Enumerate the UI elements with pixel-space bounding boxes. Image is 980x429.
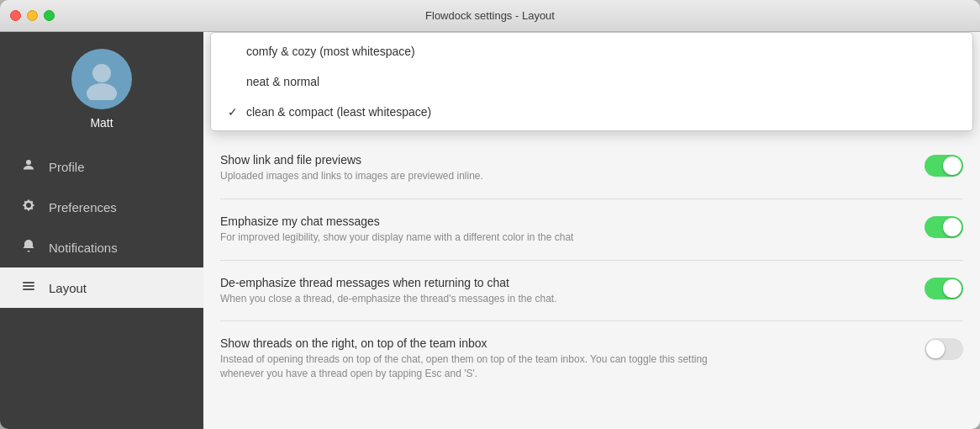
toggle-knob-emphasize-chat <box>943 218 962 236</box>
setting-row-emphasize-chat: Emphasize my chat messages For improved … <box>220 199 963 261</box>
toggle-knob-threads-right <box>926 340 945 358</box>
dropdown-label-neat: neat & normal <box>246 75 319 88</box>
setting-desc-deemphasize-thread: When you close a thread, de-emphasize th… <box>220 292 708 306</box>
sidebar-item-notifications[interactable]: Notifications <box>0 227 203 267</box>
settings-area: Show link and file previews Uploaded ima… <box>203 124 980 410</box>
lines-icon <box>20 279 37 296</box>
dropdown-label-comfy: comfy & cozy (most whitespace) <box>246 45 415 58</box>
setting-row-deemphasize-thread: De-emphasize thread messages when return… <box>220 261 963 322</box>
checkmark-comfy <box>228 45 241 58</box>
nav-items: Profile Preferences <box>0 146 203 308</box>
titlebar: Flowdock settings - Layout <box>0 0 980 32</box>
sidebar-label-notifications: Notifications <box>49 241 118 255</box>
window-title: Flowdock settings - Layout <box>425 9 555 22</box>
svg-rect-4 <box>23 289 34 290</box>
sidebar: Matt Profile <box>0 32 203 429</box>
setting-title-emphasize-chat: Emphasize my chat messages <box>220 214 908 228</box>
dropdown-item-clean[interactable]: ✓ clean & compact (least whitespace) <box>211 97 972 127</box>
setting-text-deemphasize-thread: De-emphasize thread messages when return… <box>220 276 925 306</box>
svg-point-1 <box>87 83 117 100</box>
setting-text-link-previews: Show link and file previews Uploaded ima… <box>220 153 925 183</box>
gear-icon <box>20 199 37 215</box>
sidebar-label-layout: Layout <box>49 281 87 295</box>
setting-row-link-previews: Show link and file previews Uploaded ima… <box>220 138 963 199</box>
svg-point-0 <box>92 64 111 82</box>
minimize-button[interactable] <box>27 10 38 21</box>
content-area: comfy & cozy (most whitespace) neat & no… <box>203 32 980 429</box>
toggle-threads-right[interactable] <box>925 338 963 360</box>
bell-icon <box>20 239 37 256</box>
toggle-deemphasize-thread[interactable] <box>925 278 963 299</box>
setting-desc-threads-right: Instead of opening threads on top of the… <box>220 352 708 381</box>
dropdown-item-comfy[interactable]: comfy & cozy (most whitespace) <box>211 36 972 66</box>
setting-desc-link-previews: Uploaded images and links to images are … <box>220 169 708 183</box>
main-content: Matt Profile <box>0 32 980 429</box>
traffic-lights <box>10 10 55 21</box>
sidebar-item-profile[interactable]: Profile <box>0 146 203 187</box>
setting-text-emphasize-chat: Emphasize my chat messages For improved … <box>220 214 925 245</box>
app-window: Flowdock settings - Layout Matt <box>0 0 980 429</box>
setting-row-threads-right: Show threads on the right, on top of the… <box>220 321 963 396</box>
person-icon <box>20 158 37 175</box>
setting-title-deemphasize-thread: De-emphasize thread messages when return… <box>220 276 908 289</box>
toggle-knob-deemphasize-thread <box>943 279 962 298</box>
setting-title-threads-right: Show threads on the right, on top of the… <box>220 336 908 350</box>
avatar <box>71 49 132 109</box>
setting-title-link-previews: Show link and file previews <box>220 153 908 167</box>
dropdown-label-clean: clean & compact (least whitespace) <box>246 105 431 119</box>
maximize-button[interactable] <box>44 10 55 21</box>
avatar-container: Matt <box>71 49 132 130</box>
sidebar-item-preferences[interactable]: Preferences <box>0 187 203 227</box>
layout-dropdown[interactable]: comfy & cozy (most whitespace) neat & no… <box>210 32 973 131</box>
svg-rect-3 <box>23 285 34 287</box>
checkmark-neat <box>228 75 241 88</box>
setting-desc-emphasize-chat: For improved legibility, show your displ… <box>220 230 708 245</box>
close-button[interactable] <box>10 10 21 21</box>
toggle-knob-link-previews <box>943 156 962 175</box>
toggle-emphasize-chat[interactable] <box>925 216 963 238</box>
sidebar-item-layout[interactable]: Layout <box>0 267 203 308</box>
user-name: Matt <box>90 116 113 130</box>
sidebar-label-profile: Profile <box>49 160 85 174</box>
setting-text-threads-right: Show threads on the right, on top of the… <box>220 336 925 381</box>
checkmark-clean: ✓ <box>228 105 241 119</box>
svg-rect-2 <box>23 282 34 283</box>
dropdown-item-neat[interactable]: neat & normal <box>211 66 972 97</box>
sidebar-label-preferences: Preferences <box>49 200 117 214</box>
toggle-link-previews[interactable] <box>925 155 963 177</box>
